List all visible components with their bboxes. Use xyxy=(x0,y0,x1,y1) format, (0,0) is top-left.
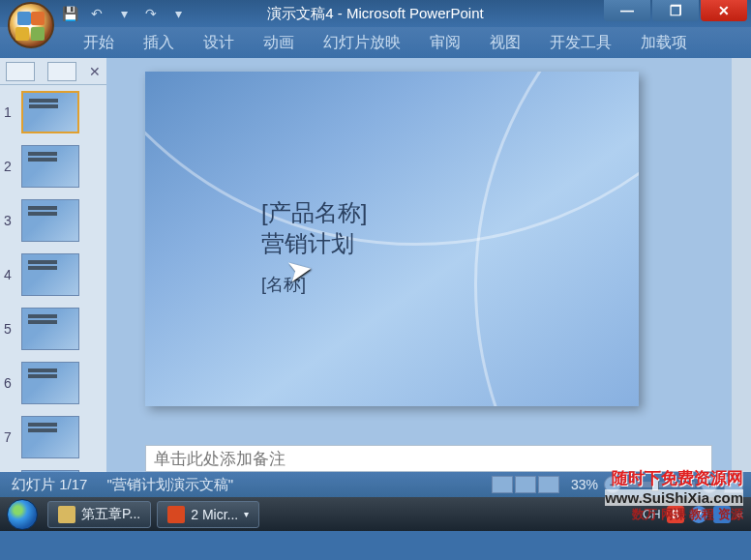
start-orb-icon xyxy=(7,499,38,530)
taskbar-item-powerpoint[interactable]: 2 Micr... ▾ xyxy=(157,501,259,528)
thumb-preview xyxy=(21,253,79,296)
thumb-number: 1 xyxy=(4,104,21,120)
quick-access-toolbar: 💾 ↶ ▾ ↷ ▾ xyxy=(60,4,188,23)
save-icon[interactable]: 💾 xyxy=(60,4,79,23)
watermark-title: 随时下免费资源网 xyxy=(605,467,743,489)
minimize-button[interactable]: — xyxy=(604,0,650,21)
zoom-percentage[interactable]: 33% xyxy=(571,477,598,492)
slide-canvas-container: [产品名称] 营销计划 [名称] ➤ xyxy=(106,58,751,439)
thumb-number: 4 xyxy=(4,267,21,282)
tab-home[interactable]: 开始 xyxy=(77,29,120,57)
tab-slideshow[interactable]: 幻灯片放映 xyxy=(317,29,406,57)
watermark-url: www.SuiShiXia.com xyxy=(605,489,743,506)
thumb-preview xyxy=(21,145,79,188)
slide-scrollbar-vertical[interactable] xyxy=(732,58,751,472)
slide-title-line1[interactable]: [产品名称] xyxy=(261,197,367,228)
thumb-number: 5 xyxy=(4,321,21,337)
window-title: 演示文稿4 - Microsoft PowerPoint xyxy=(267,5,483,23)
watermark-subtitle: 数万 网课 教程 资源 xyxy=(605,506,743,523)
thumb-number: 7 xyxy=(4,429,21,445)
tab-design[interactable]: 设计 xyxy=(197,29,240,57)
thumb-preview xyxy=(21,416,79,458)
start-button[interactable] xyxy=(0,497,45,531)
slide-thumbnail[interactable]: 8 xyxy=(0,468,106,472)
powerpoint-icon xyxy=(167,506,185,523)
slide-thumbnail[interactable]: 5 xyxy=(0,306,106,352)
thumb-number: 6 xyxy=(4,375,21,391)
slide-thumbnail[interactable]: 3 xyxy=(0,197,106,244)
slideshow-view-button[interactable] xyxy=(538,476,559,493)
tab-review[interactable]: 审阅 xyxy=(424,29,466,57)
slide-area: [产品名称] 营销计划 [名称] ➤ 单击此处添加备注 xyxy=(106,58,751,472)
slide-counter: 幻灯片 1/17 xyxy=(8,476,91,494)
qat-dropdown-icon[interactable]: ▾ xyxy=(114,4,134,23)
maximize-button[interactable]: ❐ xyxy=(652,0,699,21)
slide-thumbnail[interactable]: 4 xyxy=(0,251,106,298)
slide-thumbnail[interactable]: 7 xyxy=(0,414,106,460)
thumbnails-tab[interactable] xyxy=(6,62,35,81)
close-button[interactable]: ✕ xyxy=(701,0,747,21)
tab-animations[interactable]: 动画 xyxy=(257,29,300,57)
taskbar-item-label: 第五章P... xyxy=(81,506,140,523)
thumb-preview xyxy=(21,199,79,242)
slide-thumbnail[interactable]: 6 xyxy=(0,360,106,406)
theme-name: "营销计划演示文稿" xyxy=(103,476,237,494)
office-button[interactable] xyxy=(8,2,54,48)
thumb-number: 3 xyxy=(4,213,21,228)
slide-canvas[interactable]: [产品名称] 营销计划 [名称] xyxy=(145,72,639,406)
thumb-number: 2 xyxy=(4,159,21,174)
thumb-preview xyxy=(21,308,79,350)
outline-tab[interactable] xyxy=(47,62,76,81)
watermark: 随时下免费资源网 www.SuiShiXia.com 数万 网课 教程 资源 xyxy=(605,467,743,523)
normal-view-button[interactable] xyxy=(492,476,513,493)
thumbnails-header: ✕ xyxy=(0,58,106,85)
slide-thumbnail[interactable]: 1 xyxy=(0,89,106,135)
slide-title-line2[interactable]: 营销计划 xyxy=(261,228,367,259)
taskbar-item-folder[interactable]: 第五章P... xyxy=(47,501,151,528)
tab-addins[interactable]: 加载项 xyxy=(635,29,693,57)
undo-icon[interactable]: ↶ xyxy=(87,4,106,23)
view-buttons xyxy=(492,476,559,493)
thumb-preview xyxy=(21,91,79,133)
ribbon-tabs: 开始 插入 设计 动画 幻灯片放映 审阅 视图 开发工具 加载项 xyxy=(0,27,751,58)
sorter-view-button[interactable] xyxy=(515,476,536,493)
slide-thumbnails-panel: ✕ 1 2 3 4 5 6 7 8 xyxy=(0,58,106,472)
thumb-preview xyxy=(21,362,79,404)
qat-customize-icon[interactable]: ▾ xyxy=(168,4,188,23)
tab-view[interactable]: 视图 xyxy=(484,29,526,57)
redo-icon[interactable]: ↷ xyxy=(141,4,161,23)
close-panel-icon[interactable]: ✕ xyxy=(89,64,101,79)
workspace: ✕ 1 2 3 4 5 6 7 8 [产品名称] 营销计划 [名称] xyxy=(0,58,751,472)
window-controls: — ❐ ✕ xyxy=(604,0,747,21)
slide-thumbnail[interactable]: 2 xyxy=(0,143,106,190)
tab-insert[interactable]: 插入 xyxy=(137,29,180,57)
title-bar: 💾 ↶ ▾ ↷ ▾ 演示文稿4 - Microsoft PowerPoint —… xyxy=(0,0,751,27)
thumb-preview xyxy=(21,470,79,472)
tab-developer[interactable]: 开发工具 xyxy=(544,29,617,57)
taskbar-item-label: 2 Micr... xyxy=(191,507,238,522)
folder-icon xyxy=(58,506,75,523)
thumbnails-list: 1 2 3 4 5 6 7 8 xyxy=(0,85,106,472)
chevron-down-icon: ▾ xyxy=(244,509,249,519)
